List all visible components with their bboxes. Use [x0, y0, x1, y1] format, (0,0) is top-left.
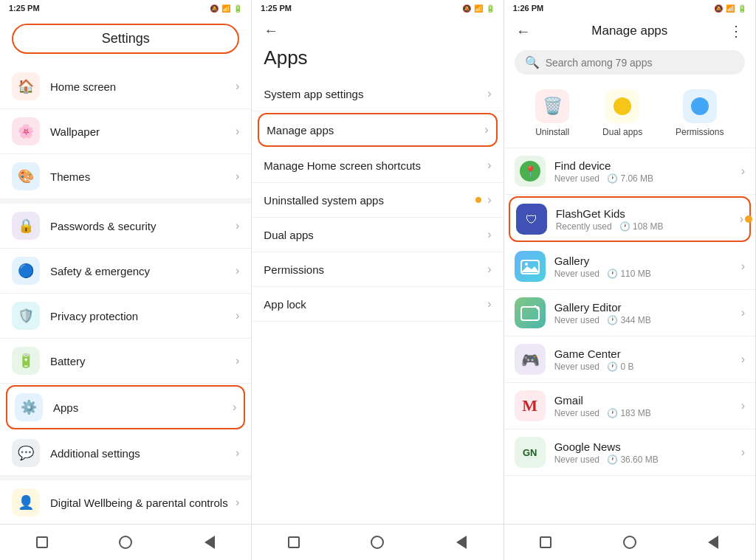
- nav-recents-2[interactable]: [284, 532, 304, 553]
- settings-header: Settings: [0, 16, 251, 64]
- themes-label: Themes: [50, 170, 236, 183]
- app-item-gmail[interactable]: M Gmail Never used 🕐 183 MB ›: [504, 383, 755, 429]
- apps-label: Apps: [53, 401, 233, 414]
- quick-action-uninstall[interactable]: 🗑️ Uninstall: [535, 89, 569, 137]
- menu-item-uninstalled[interactable]: Uninstalled system apps ›: [252, 183, 503, 218]
- chevron-gallery: ›: [741, 260, 745, 273]
- privacy-label: Privacy protection: [50, 310, 236, 322]
- google-news-info: Google News Never used 🕐 36.60 MB: [554, 440, 741, 465]
- chevron-privacy: ›: [236, 309, 239, 322]
- permissions-qa-label: Permissions: [676, 127, 724, 137]
- home-shortcuts-label: Manage Home screen shortcuts: [264, 159, 487, 172]
- svg-text:🛡: 🛡: [526, 213, 537, 226]
- gmail-icon: M: [515, 390, 546, 421]
- settings-item-home-screen[interactable]: 🏠 Home screen ›: [0, 64, 251, 109]
- system-app-label: System app settings: [264, 88, 487, 100]
- menu-item-home-shortcuts[interactable]: Manage Home screen shortcuts ›: [252, 148, 503, 183]
- app-item-gallery-editor[interactable]: Gallery Editor Never used 🕐 344 MB ›: [504, 290, 755, 336]
- uninstall-label: Uninstall: [535, 127, 569, 137]
- chevron-home-shortcuts: ›: [487, 159, 491, 172]
- settings-item-wallpaper[interactable]: 🌸 Wallpaper ›: [0, 109, 251, 154]
- gallery-editor-meta: Never used 🕐 344 MB: [554, 315, 741, 325]
- settings-item-wellbeing[interactable]: 👤 Digital Wellbeing & parental controls …: [0, 480, 251, 524]
- settings-item-passwords[interactable]: 🔒 Passwords & security ›: [0, 204, 251, 249]
- settings-item-apps[interactable]: ⚙️ Apps ›: [6, 385, 245, 429]
- menu-item-system-app[interactable]: System app settings ›: [252, 77, 503, 111]
- home-screen-label: Home screen: [50, 80, 236, 93]
- game-center-usage: Never used: [554, 362, 599, 372]
- settings-list: 🏠 Home screen › 🌸 Wallpaper › 🎨 Themes ›…: [0, 64, 251, 524]
- bottom-nav-1: [0, 524, 251, 560]
- status-bar-3: 1:26 PM 🔕 📶 🔋: [504, 0, 755, 16]
- manage-apps-title: Manage apps: [537, 24, 723, 38]
- app-lock-label: App lock: [264, 298, 487, 311]
- google-news-icon: GN: [515, 437, 546, 468]
- settings-item-privacy[interactable]: 🛡️ Privacy protection ›: [0, 294, 251, 339]
- nav-back-2[interactable]: [451, 532, 472, 553]
- flashget-size: 🕐 108 MB: [619, 221, 664, 232]
- nav-back-3[interactable]: [703, 532, 724, 553]
- quick-action-permissions[interactable]: Permissions: [676, 89, 724, 137]
- search-input[interactable]: [546, 57, 735, 69]
- menu-item-manage-apps[interactable]: Manage apps ›: [258, 113, 497, 147]
- dual-apps-label: Dual apps: [264, 229, 487, 241]
- more-menu-button[interactable]: ⋮: [729, 22, 743, 40]
- flashget-usage: Recently used: [556, 221, 612, 232]
- flashget-kids-info: FlashGet Kids Recently used 🕐 108 MB: [556, 207, 740, 232]
- chevron-wellbeing: ›: [236, 496, 239, 509]
- status-icons-1: 🔕 📶 🔋: [210, 4, 242, 13]
- chevron-uninstalled: ›: [487, 193, 491, 207]
- app-item-gallery[interactable]: Gallery Never used 🕐 110 MB ›: [504, 243, 755, 290]
- nav-recents-3[interactable]: [535, 532, 556, 553]
- additional-label: Additional settings: [50, 447, 236, 460]
- manage-apps-panel: 1:26 PM 🔕 📶 🔋 ← Manage apps ⋮ 🔍 🗑️ Unins…: [504, 0, 756, 560]
- svg-point-0: [614, 97, 631, 115]
- menu-item-app-lock[interactable]: App lock ›: [252, 287, 503, 322]
- app-item-flashget-kids[interactable]: 🛡 FlashGet Kids Recently used 🕐 108 MB ›: [509, 196, 751, 242]
- settings-item-battery[interactable]: 🔋 Battery ›: [0, 339, 251, 384]
- nav-home-3[interactable]: [619, 532, 640, 553]
- gallery-info: Gallery Never used 🕐 110 MB: [554, 255, 741, 279]
- game-center-icon: 🎮: [515, 344, 546, 375]
- game-center-meta: Never used 🕐 0 B: [554, 362, 741, 372]
- app-item-find-device[interactable]: 📍 Find device Never used 🕐 7.06 MB ›: [504, 148, 755, 195]
- dual-apps-qa-icon: [605, 89, 639, 123]
- menu-item-dual-apps[interactable]: Dual apps ›: [252, 218, 503, 252]
- gallery-editor-icon: [515, 297, 546, 328]
- badge-uninstalled: [475, 197, 481, 203]
- nav-home-1[interactable]: [115, 532, 136, 553]
- flashget-kids-icon: 🛡: [516, 204, 547, 235]
- find-device-usage: Never used: [554, 173, 599, 184]
- wellbeing-icon: 👤: [12, 488, 40, 516]
- chevron-additional: ›: [236, 446, 239, 460]
- gmail-meta: Never used 🕐 183 MB: [554, 408, 741, 418]
- search-bar[interactable]: 🔍: [515, 50, 745, 75]
- wallpaper-icon: 🌸: [12, 117, 40, 145]
- settings-item-additional[interactable]: 💬 Additional settings ›: [0, 431, 251, 476]
- google-news-meta: Never used 🕐 36.60 MB: [554, 454, 741, 465]
- flashget-kids-meta: Recently used 🕐 108 MB: [556, 221, 740, 232]
- manage-apps-header: ← Manage apps ⋮: [504, 16, 755, 46]
- nav-recents-1[interactable]: [32, 532, 52, 553]
- find-device-size: 🕐 7.06 MB: [607, 173, 653, 184]
- find-device-info: Find device Never used 🕐 7.06 MB: [554, 159, 741, 184]
- menu-item-permissions[interactable]: Permissions ›: [252, 252, 503, 287]
- gallery-editor-usage: Never used: [554, 315, 599, 325]
- game-center-info: Game Center Never used 🕐 0 B: [554, 348, 741, 372]
- back-button-3[interactable]: ←: [516, 23, 531, 40]
- quick-action-dual-apps[interactable]: Dual apps: [602, 89, 642, 137]
- settings-item-themes[interactable]: 🎨 Themes ›: [0, 154, 251, 199]
- status-icons-3: 🔕 📶 🔋: [714, 4, 746, 13]
- find-device-meta: Never used 🕐 7.06 MB: [554, 173, 741, 184]
- passwords-label: Passwords & security: [50, 220, 236, 232]
- settings-item-safety[interactable]: 🔵 Safety & emergency ›: [0, 249, 251, 294]
- nav-home-2[interactable]: [367, 532, 388, 553]
- chevron-permissions: ›: [487, 263, 491, 276]
- app-item-game-center[interactable]: 🎮 Game Center Never used 🕐 0 B ›: [504, 336, 755, 383]
- back-button-2[interactable]: ←: [264, 22, 278, 39]
- nav-back-1[interactable]: [199, 532, 220, 553]
- search-icon: 🔍: [525, 55, 540, 69]
- app-item-google-news[interactable]: GN Google News Never used 🕐 36.60 MB ›: [504, 429, 755, 476]
- themes-icon: 🎨: [12, 162, 40, 190]
- bottom-nav-3: [504, 524, 755, 560]
